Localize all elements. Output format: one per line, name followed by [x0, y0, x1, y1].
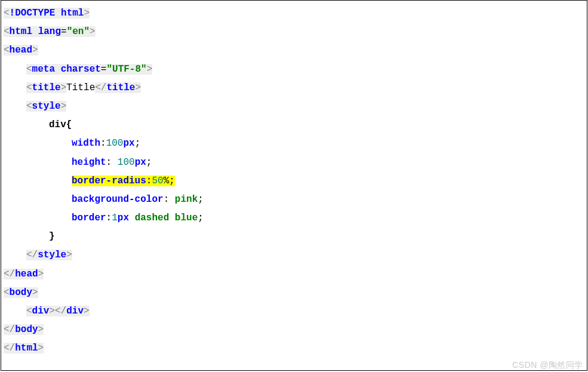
code-line: <title>Title</title> — [4, 79, 584, 97]
code-line: <html lang="en"> — [4, 23, 584, 41]
code-line: height: 100px; — [4, 153, 584, 172]
code-line: background-color: pink; — [4, 190, 584, 209]
code-line-highlighted: border-radius:50%; — [4, 172, 584, 190]
code-line: </head> — [4, 265, 584, 284]
code-block: <!DOCTYPE html> <html lang="en"> <head> … — [1, 0, 587, 371]
code-line: width:100px; — [4, 134, 584, 153]
code-line: </body> — [4, 321, 584, 339]
code-line: <head> — [4, 41, 584, 60]
code-line: border:1px dashed blue; — [4, 209, 584, 227]
code-line: <meta charset="UTF-8"> — [4, 60, 584, 79]
code-line: div{ — [4, 116, 584, 134]
code-line: </html> — [4, 339, 584, 358]
code-line: <div></div> — [4, 302, 584, 321]
code-line: <style> — [4, 97, 584, 116]
code-line: </style> — [4, 246, 584, 265]
code-line: } — [4, 227, 584, 246]
code-line: <body> — [4, 284, 584, 302]
code-line: <!DOCTYPE html> — [4, 4, 584, 23]
